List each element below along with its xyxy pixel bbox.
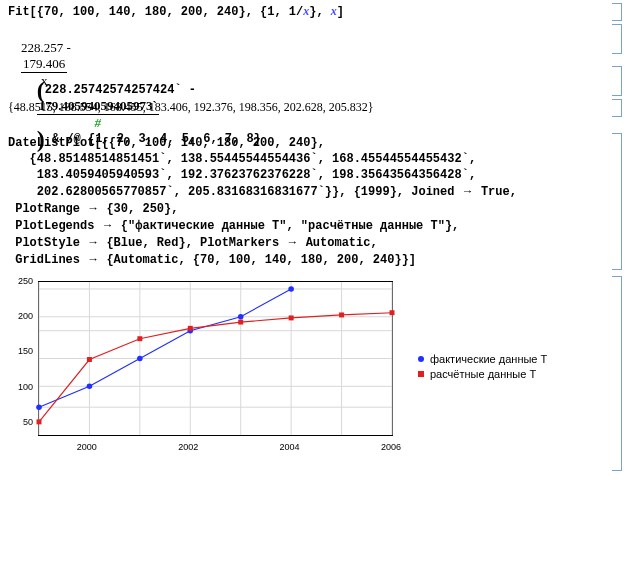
- code-line: {48.85148514851451`, 138.55445544554436`…: [8, 151, 604, 167]
- list-result: {48.8515, 138.554, 168.455, 183.406, 192…: [8, 100, 374, 114]
- svg-point-15: [87, 384, 93, 390]
- code-line: GridLines → {Automatic, {70, 100, 140, 1…: [8, 251, 604, 268]
- svg-rect-23: [188, 326, 193, 331]
- input-cell-datelistplot: DateListPlot[{{70, 100, 140, 180, 200, 2…: [8, 133, 628, 270]
- code-line: 202.62800565770857`, 205.83168316831677`…: [8, 183, 604, 200]
- svg-rect-22: [137, 336, 142, 341]
- cell-bracket[interactable]: [612, 3, 622, 21]
- cell-bracket[interactable]: [612, 276, 622, 471]
- svg-point-19: [288, 286, 294, 292]
- legend-label: фактические данные Т: [430, 353, 547, 365]
- svg-point-14: [36, 404, 42, 410]
- svg-rect-20: [37, 419, 42, 424]
- code-line: DateListPlot[{{70, 100, 140, 180, 200, 2…: [8, 135, 604, 151]
- cell-bracket[interactable]: [612, 66, 622, 96]
- chart: 501001502002502000200220042006: [8, 276, 398, 456]
- cell-bracket[interactable]: [612, 133, 622, 270]
- output-cell-fit: 228.257 - 179.406x: [8, 24, 628, 54]
- y-tick-label: 250: [18, 276, 33, 286]
- legend-item-2: расчётные данные Т: [418, 368, 547, 380]
- svg-rect-24: [238, 320, 243, 325]
- svg-point-18: [238, 314, 244, 320]
- svg-point-16: [137, 356, 143, 362]
- legend: фактические данные Т расчётные данные Т: [418, 350, 547, 383]
- x-tick-label: 2004: [280, 442, 300, 452]
- plot-svg: [39, 282, 392, 435]
- code-line: PlotRange → {30, 250},: [8, 200, 604, 217]
- code-line: PlotLegends → {"фактические данные Т", "…: [8, 217, 604, 234]
- output-cell-list: {48.8515, 138.554, 168.455, 183.406, 192…: [8, 99, 628, 117]
- legend-item-1: фактические данные Т: [418, 353, 547, 365]
- input-cell-fit: Fit[{70, 100, 140, 180, 200, 240}, {1, 1…: [8, 3, 628, 21]
- svg-rect-25: [289, 315, 294, 320]
- square-marker-icon: [418, 371, 424, 377]
- y-tick-label: 100: [18, 382, 33, 392]
- code-line: PlotStyle → {Blue, Red}, PlotMarkers → A…: [8, 234, 604, 251]
- svg-rect-21: [87, 357, 92, 362]
- code-line: 183.4059405940593`, 192.37623762376228`,…: [8, 167, 604, 183]
- svg-rect-27: [390, 310, 395, 315]
- x-tick-label: 2006: [381, 442, 401, 452]
- x-tick-label: 2000: [77, 442, 97, 452]
- y-tick-label: 150: [18, 346, 33, 356]
- input-cell-apply: (228.25742574257424` - 179.4059405940597…: [8, 66, 628, 96]
- cell-bracket[interactable]: [612, 24, 622, 54]
- legend-label: расчётные данные Т: [430, 368, 536, 380]
- svg-rect-26: [339, 312, 344, 317]
- cell-bracket[interactable]: [612, 99, 622, 117]
- circle-marker-icon: [418, 356, 424, 362]
- y-tick-label: 200: [18, 311, 33, 321]
- y-tick-label: 50: [23, 417, 33, 427]
- output-cell-chart: 501001502002502000200220042006 фактическ…: [8, 276, 628, 471]
- x-tick-label: 2002: [178, 442, 198, 452]
- code-fit: Fit[{70, 100, 140, 180, 200, 240}, {1, 1…: [8, 5, 344, 19]
- plot-area: [38, 281, 393, 436]
